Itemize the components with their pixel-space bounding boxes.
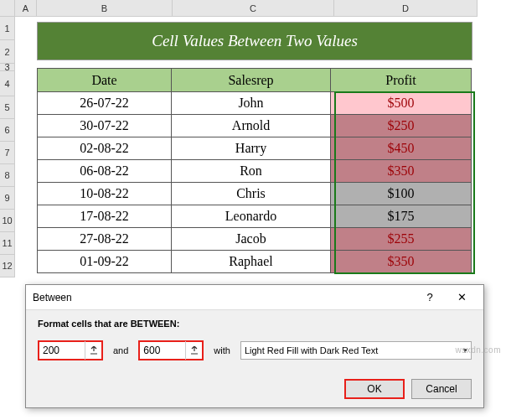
data-table: Date Salesrep Profit 26-07-22John$50030-…	[37, 68, 472, 273]
row-header-4[interactable]: 4	[0, 71, 15, 96]
header-row: Date Salesrep Profit	[38, 69, 472, 92]
between-dialog: Between ? ✕ Format cells that are BETWEE…	[25, 284, 484, 408]
cell-date[interactable]: 27-08-22	[38, 228, 172, 251]
cell-salesrep[interactable]: Harry	[172, 137, 331, 160]
upper-bound-box	[138, 340, 204, 360]
cell-salesrep[interactable]: Ron	[172, 160, 331, 183]
cell-salesrep[interactable]: Chris	[172, 183, 331, 205]
row-header-6[interactable]: 6	[0, 119, 15, 142]
format-dropdown-value: Light Red Fill with Dark Red Text	[245, 345, 378, 355]
with-label: with	[209, 345, 235, 355]
cell-profit[interactable]: $500	[331, 92, 472, 115]
column-header-b[interactable]: B	[37, 0, 173, 17]
range-picker-icon[interactable]	[85, 341, 101, 360]
row-header-1[interactable]: 1	[0, 17, 15, 40]
lower-bound-input[interactable]	[39, 343, 85, 358]
cell-salesrep[interactable]: Raphael	[172, 251, 331, 273]
watermark: wsxdn.com	[455, 345, 501, 355]
column-header-a[interactable]: A	[15, 0, 37, 17]
dialog-input-row: and with Light Red Fill with Dark Red Te…	[38, 340, 472, 360]
cell-profit[interactable]: $255	[331, 228, 472, 251]
dialog-body: Format cells that are BETWEEN: and with …	[26, 310, 483, 369]
upper-bound-input[interactable]	[140, 343, 185, 358]
and-label: and	[108, 345, 133, 355]
header-date[interactable]: Date	[38, 69, 172, 92]
row-header-8[interactable]: 8	[0, 164, 15, 187]
cell-date[interactable]: 17-08-22	[38, 205, 172, 228]
column-headers: ABCD	[15, 0, 478, 17]
range-picker-icon[interactable]	[185, 341, 202, 360]
help-button[interactable]: ?	[415, 288, 445, 308]
cell-date[interactable]: 01-09-22	[38, 251, 172, 273]
dialog-footer: OK Cancel	[344, 379, 472, 399]
cell-salesrep[interactable]: Arnold	[172, 115, 331, 137]
cell-profit[interactable]: $450	[331, 137, 472, 160]
row-header-7[interactable]: 7	[0, 142, 15, 164]
table-row: 02-08-22Harry$450	[38, 137, 472, 160]
row-header-2[interactable]: 2	[0, 40, 15, 64]
table-row: 01-09-22Raphael$350	[38, 251, 472, 273]
row-header-11[interactable]: 11	[0, 232, 15, 255]
close-button[interactable]: ✕	[447, 288, 477, 308]
cell-profit[interactable]: $250	[331, 115, 472, 137]
cell-date[interactable]: 30-07-22	[38, 115, 172, 137]
cell-salesrep[interactable]: John	[172, 92, 331, 115]
cell-profit[interactable]: $350	[331, 251, 472, 273]
cell-profit[interactable]: $175	[331, 205, 472, 228]
select-all-corner[interactable]	[0, 0, 15, 17]
title-merged-cell[interactable]: Cell Values Between Two Values	[37, 22, 472, 60]
cancel-button[interactable]: Cancel	[411, 379, 472, 399]
header-profit[interactable]: Profit	[331, 69, 472, 92]
row-header-12[interactable]: 12	[0, 255, 15, 277]
table-row: 30-07-22Arnold$250	[38, 115, 472, 137]
dialog-instruction: Format cells that are BETWEEN:	[38, 319, 472, 329]
format-dropdown[interactable]: Light Red Fill with Dark Red Text ▾	[240, 341, 472, 360]
cell-profit[interactable]: $350	[331, 160, 472, 183]
header-salesrep[interactable]: Salesrep	[172, 69, 331, 92]
cell-salesrep[interactable]: Jacob	[172, 228, 331, 251]
table-row: 26-07-22John$500	[38, 92, 472, 115]
table-row: 27-08-22Jacob$255	[38, 228, 472, 251]
row-headers: 123456789101112	[0, 17, 15, 277]
dialog-title-text: Between	[33, 292, 413, 303]
cell-date[interactable]: 10-08-22	[38, 183, 172, 205]
cell-salesrep[interactable]: Leonardo	[172, 205, 331, 228]
row-header-3[interactable]: 3	[0, 64, 15, 71]
ok-button[interactable]: OK	[344, 379, 405, 399]
row-header-9[interactable]: 9	[0, 187, 15, 210]
table-row: 17-08-22Leonardo$175	[38, 205, 472, 228]
cell-date[interactable]: 02-08-22	[38, 137, 172, 160]
row-header-10[interactable]: 10	[0, 210, 15, 232]
cell-profit[interactable]: $100	[331, 183, 472, 205]
table-row: 10-08-22Chris$100	[38, 183, 472, 205]
cell-date[interactable]: 26-07-22	[38, 92, 172, 115]
dialog-titlebar[interactable]: Between ? ✕	[26, 285, 483, 310]
column-header-d[interactable]: D	[334, 0, 478, 17]
column-header-c[interactable]: C	[173, 0, 334, 17]
table-row: 06-08-22Ron$350	[38, 160, 472, 183]
row-header-5[interactable]: 5	[0, 96, 15, 119]
lower-bound-box	[38, 340, 103, 360]
cell-date[interactable]: 06-08-22	[38, 160, 172, 183]
